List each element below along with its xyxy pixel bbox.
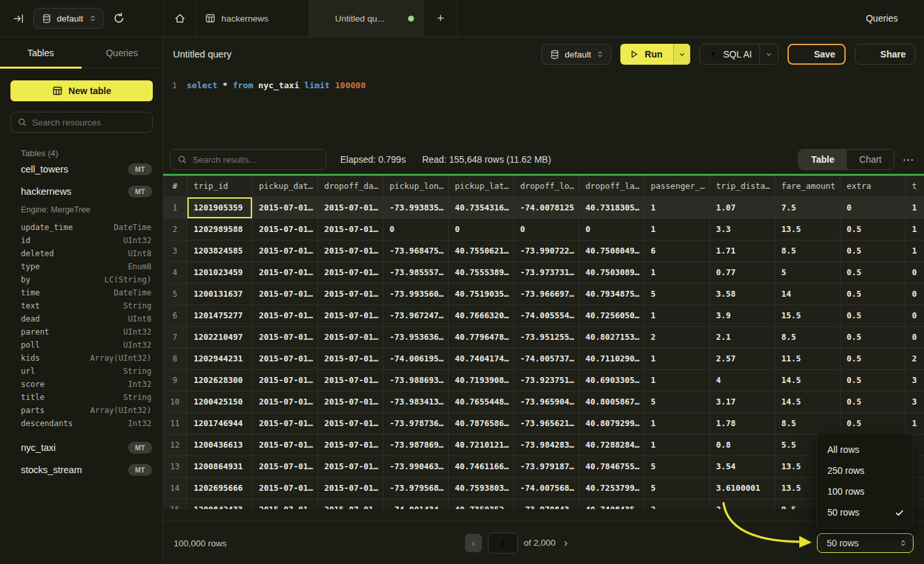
table-cell[interactable]: 40.7256050… <box>579 305 644 326</box>
new-tab-button[interactable]: + <box>424 0 458 37</box>
table-cell[interactable]: 40.7666320… <box>448 305 513 326</box>
table-cell[interactable]: 3 <box>905 369 924 391</box>
table-cell[interactable]: -73.970843 <box>513 499 579 509</box>
table-cell[interactable]: 40.8027153… <box>579 326 644 348</box>
table-cell[interactable]: -74.005554… <box>513 305 579 326</box>
table-cell[interactable]: 2015-07-01… <box>252 197 317 218</box>
sidebar-item-cell-towers[interactable]: cell_towers MT <box>10 158 152 180</box>
table-cell[interactable]: 1 <box>905 197 924 218</box>
page-size-option[interactable]: 100 rows <box>817 481 913 502</box>
page-size-select[interactable]: 50 rows <box>817 533 914 553</box>
table-cell[interactable]: 1200842433 <box>187 499 252 509</box>
table-cell[interactable]: 1 <box>644 348 709 369</box>
table-cell[interactable]: 1200436613 <box>187 434 252 456</box>
table-cell[interactable]: 1 <box>644 197 709 218</box>
table-cell[interactable]: 40.7846755… <box>579 456 644 477</box>
table-cell[interactable]: 0.8 <box>709 434 774 456</box>
run-options-caret[interactable] <box>673 44 690 65</box>
share-button[interactable]: Share <box>855 44 916 65</box>
table-cell[interactable]: -73.978736… <box>383 412 448 434</box>
table-cell[interactable]: 40.7193908… <box>448 369 513 391</box>
table-cell[interactable]: -73.968475… <box>383 240 448 261</box>
table-cell[interactable]: 0 <box>905 283 924 305</box>
table-cell[interactable]: 1201023459 <box>187 261 252 283</box>
table-cell[interactable]: 0 <box>905 326 924 348</box>
sidebar-item-hackernews[interactable]: hackernews MT <box>10 180 152 203</box>
run-button[interactable]: Run <box>620 44 690 65</box>
table-cell[interactable]: -73.979568… <box>383 477 448 499</box>
table-cell[interactable]: 0.5 <box>840 326 905 348</box>
table-cell[interactable]: -73.990722… <box>513 240 579 261</box>
table-cell[interactable]: 40.7404174… <box>448 348 513 369</box>
table-cell[interactable]: 2015-07-01… <box>252 456 317 477</box>
table-cell[interactable]: 1202989588 <box>187 218 252 240</box>
table-cell[interactable]: 2015-07-01… <box>252 218 317 240</box>
table-cell[interactable]: -73.923751… <box>513 369 579 391</box>
sidebar-item-stocks-stream[interactable]: stocks_stream MT <box>10 459 152 481</box>
table-cell[interactable]: 40.7503089… <box>579 261 644 283</box>
table-cell[interactable]: 2015-07-01 <box>252 499 317 509</box>
table-cell[interactable]: 3.3 <box>709 218 774 240</box>
page-size-option[interactable]: All rows <box>817 439 913 460</box>
column-header[interactable]: pickup_lon… <box>383 176 448 197</box>
table-cell[interactable]: 40.7876586… <box>448 412 513 434</box>
save-button[interactable]: Save <box>788 44 846 65</box>
prev-page-button[interactable]: ‹ <box>465 534 482 552</box>
table-cell[interactable]: 2015-07-01… <box>252 348 317 369</box>
table-cell[interactable]: 2015-07-01… <box>317 261 383 283</box>
table-cell[interactable]: 40.7408435 <box>579 499 644 509</box>
table-cell[interactable]: 2015-07-01 <box>317 499 383 509</box>
column-header[interactable]: dropoff_da… <box>317 176 383 197</box>
sql-ai-main[interactable]: SQL AI <box>700 44 760 64</box>
table-cell[interactable]: 0.5 <box>840 218 905 240</box>
more-options-button[interactable]: ⋯ <box>901 153 916 167</box>
table-cell[interactable]: 2015-07-01… <box>252 326 317 348</box>
sidebar-tab-queries[interactable]: Queries <box>82 38 163 68</box>
table-cell[interactable]: -73.965904… <box>513 391 579 412</box>
table-cell[interactable]: -73.985557… <box>383 261 448 283</box>
table-cell[interactable]: 1 <box>644 412 709 434</box>
table-cell[interactable]: 2015-07-01… <box>317 348 383 369</box>
table-cell[interactable]: 14.5 <box>774 391 840 412</box>
table-cell[interactable]: 1202210497 <box>187 326 252 348</box>
table-cell[interactable]: 2015-07-01… <box>252 305 317 326</box>
table-cell[interactable]: 2 <box>905 348 924 369</box>
table-cell[interactable]: -73.951255… <box>513 326 579 348</box>
search-results-input[interactable]: Search results... <box>170 149 327 170</box>
table-cell[interactable]: 40.7550621… <box>448 240 513 261</box>
table-cell[interactable]: 40.7934875… <box>579 283 644 305</box>
table-cell[interactable]: 2015-07-01… <box>317 326 383 348</box>
table-cell[interactable]: 8.5 <box>774 240 840 261</box>
table-cell[interactable]: 2015-07-01… <box>252 391 317 412</box>
column-header[interactable]: pickup_lat… <box>448 176 513 197</box>
table-cell[interactable]: 2015-07-01… <box>252 283 317 305</box>
table-cell[interactable]: 3 <box>905 391 924 412</box>
table-cell[interactable]: 2015-07-01… <box>317 477 383 499</box>
table-cell[interactable]: 1 <box>644 218 709 240</box>
tab-home[interactable] <box>164 0 196 37</box>
table-cell[interactable]: 5 <box>774 261 840 283</box>
table-cell[interactable]: 1203824585 <box>187 240 252 261</box>
table-cell[interactable]: 1201475277 <box>187 305 252 326</box>
table-cell[interactable]: 13.5 <box>774 218 840 240</box>
sql-ai-button[interactable]: SQL AI <box>699 44 779 65</box>
table-cell[interactable]: 40.7318305… <box>579 197 644 218</box>
table-cell[interactable]: 1 <box>644 261 709 283</box>
table-cell[interactable]: 3.58 <box>709 283 774 305</box>
table-cell[interactable]: 5 <box>644 283 709 305</box>
table-cell[interactable]: 0.5 <box>840 261 905 283</box>
refresh-icon[interactable] <box>113 12 125 24</box>
table-cell[interactable]: -73.984283… <box>513 434 579 456</box>
run-button-main[interactable]: Run <box>620 44 673 65</box>
table-cell[interactable]: 40.8005867… <box>579 391 644 412</box>
table-cell[interactable]: 40.7593803… <box>448 477 513 499</box>
table-cell[interactable]: -73.967247… <box>383 305 448 326</box>
table-cell[interactable]: 2015-07-01… <box>317 218 383 240</box>
table-cell[interactable]: 2015-07-01… <box>317 412 383 434</box>
database-selector[interactable]: default <box>33 8 104 29</box>
table-cell[interactable]: 40.8079299… <box>579 412 644 434</box>
table-cell[interactable]: 14.5 <box>774 369 840 391</box>
table-cell[interactable]: 40.7288284… <box>579 434 644 456</box>
table-cell[interactable]: 11.5 <box>774 348 840 369</box>
table-cell[interactable]: -73.979187… <box>513 456 579 477</box>
